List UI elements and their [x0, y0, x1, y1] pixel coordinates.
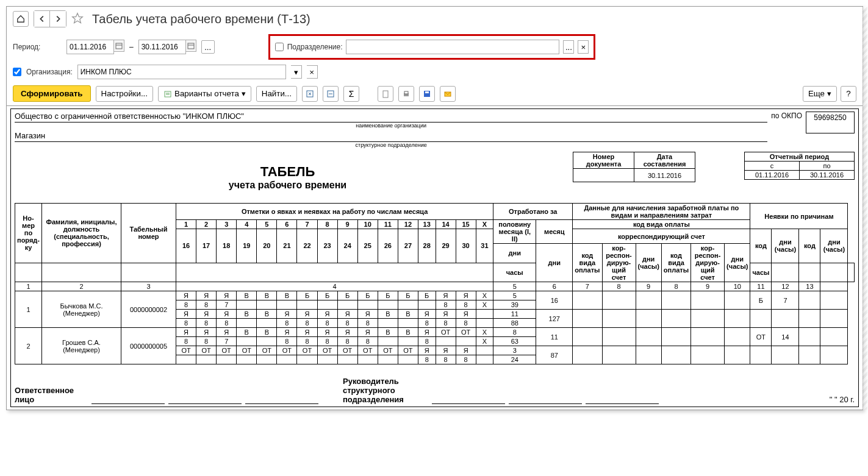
report-title2: учета рабочего времени: [15, 180, 561, 191]
home-button[interactable]: [13, 11, 29, 27]
print-button[interactable]: [398, 86, 414, 102]
report-title1: ТАБЕЛЬ: [15, 164, 561, 180]
app-window: Табель учета рабочего времени (Т-13) Пер…: [6, 6, 863, 410]
subdivision-checkbox[interactable]: [275, 43, 284, 51]
save-button[interactable]: [419, 86, 435, 102]
dept-name-text: Магазин: [15, 131, 767, 142]
chevron-down-icon: ▾: [242, 89, 246, 98]
email-button[interactable]: [440, 86, 456, 102]
report-icon: [163, 90, 172, 98]
period-from-input[interactable]: [66, 40, 114, 54]
back-button[interactable]: [34, 11, 50, 27]
sigma-icon: Σ: [349, 89, 354, 99]
period-to-calendar[interactable]: [185, 40, 196, 52]
period-label: Период:: [13, 43, 62, 51]
chevron-down-icon: ▾: [827, 89, 831, 98]
floppy-icon: [423, 90, 431, 98]
settings-button[interactable]: Настройки...: [96, 86, 153, 102]
document-icon: [381, 90, 390, 98]
subdivision-label: Подразделение:: [287, 43, 343, 51]
favorite-icon[interactable]: [71, 12, 84, 26]
subdivision-clear-button[interactable]: ×: [578, 40, 589, 54]
org-caption: наименование организации: [15, 123, 767, 129]
timesheet-table: Но-мер по поряд-ку Фамилия, инициалы, до…: [15, 203, 855, 364]
org-row: Организация: ▾ ×: [7, 62, 863, 82]
period-separator: –: [129, 43, 134, 51]
sig2-label: Руководитель структурного подразделения: [343, 377, 428, 404]
okpo-value: 59698250: [806, 112, 855, 133]
org-clear-button[interactable]: ×: [307, 65, 318, 79]
action-toolbar: Сформировать Настройки... Варианты отчет…: [7, 82, 863, 105]
forward-button[interactable]: [50, 11, 66, 27]
svg-rect-2: [188, 43, 194, 49]
page-title: Табель учета рабочего времени (Т-13): [92, 12, 310, 26]
sig-date: " " 20 г.: [830, 395, 855, 404]
variants-button[interactable]: Варианты отчета ▾: [158, 86, 251, 102]
org-input[interactable]: [77, 65, 286, 79]
top-toolbar: Табель учета рабочего времени (Т-13): [7, 7, 863, 32]
svg-rect-10: [383, 91, 388, 98]
org-checkbox[interactable]: [13, 68, 21, 76]
org-label: Организация:: [26, 68, 73, 76]
help-button[interactable]: ?: [841, 86, 856, 102]
printer-icon: [402, 90, 411, 98]
subdivision-select-button[interactable]: ...: [563, 40, 574, 54]
form-button[interactable]: Сформировать: [13, 85, 91, 102]
collapse-icon: [326, 90, 335, 98]
find-button[interactable]: Найти...: [256, 86, 297, 102]
dept-caption: структурное подразделение: [15, 142, 767, 148]
period-from-calendar[interactable]: [113, 40, 124, 52]
okpo-label: по ОКПО: [771, 112, 802, 120]
report-document: Общество с ограниченной ответственностью…: [10, 108, 859, 407]
report-area: Общество с ограниченной ответственностью…: [7, 105, 863, 410]
subdivision-input[interactable]: [346, 40, 559, 54]
svg-rect-14: [425, 91, 429, 93]
collapse-button[interactable]: [323, 86, 339, 102]
org-dropdown-button[interactable]: ▾: [291, 65, 302, 79]
report-period-table: Отчетный период спо 01.11.201630.11.2016: [744, 152, 855, 180]
sum-button[interactable]: Σ: [343, 86, 359, 102]
subdivision-highlight: Подразделение: ... ×: [268, 34, 596, 60]
period-select-button[interactable]: ...: [201, 40, 215, 54]
more-button[interactable]: Еще ▾: [803, 86, 837, 102]
sig1-label: Ответственное лицо: [15, 386, 88, 404]
expand-button[interactable]: [302, 86, 318, 102]
print-preview-button[interactable]: [378, 86, 393, 102]
svg-rect-12: [404, 91, 408, 94]
period-row: Период: – ... Подразделение: ... ×: [7, 32, 863, 62]
org-name-text: Общество с ограниченной ответственностью…: [15, 112, 767, 123]
envelope-icon: [443, 90, 452, 98]
expand-icon: [306, 90, 314, 98]
table-row: 2 Грошев С.А.(Менеджер) 0000000005 ЯЯЯВВ…: [15, 328, 855, 337]
table-row: 1 Бычкова М.С.(Менеджер) 0000000002 ЯЯЯВ…: [15, 291, 855, 300]
period-to-input[interactable]: [138, 40, 186, 54]
svg-rect-0: [116, 43, 122, 49]
signature-row: Ответственное лицо Руководитель структур…: [15, 377, 855, 404]
doc-info-table: Номер документаДата составления 30.11.20…: [573, 152, 695, 182]
